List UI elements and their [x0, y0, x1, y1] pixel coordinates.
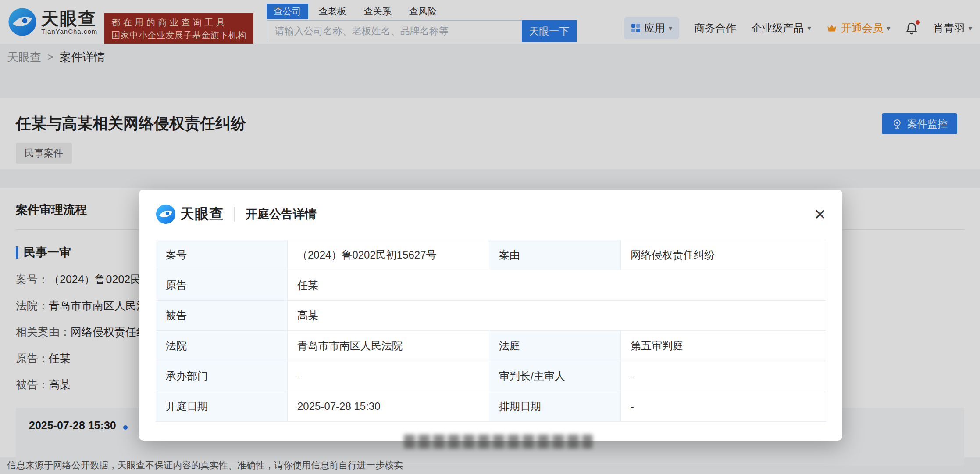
cell-value: 任某: [288, 270, 826, 301]
cell-value: 青岛市市南区人民法院: [288, 331, 489, 361]
modal-title: 开庭公告详情: [246, 206, 317, 222]
cell-value: -: [288, 361, 489, 391]
modal-logo: 天眼查: [156, 204, 224, 224]
cell-label: 案由: [489, 240, 621, 270]
cell-label: 被告: [156, 301, 288, 331]
cell-value: -: [621, 361, 826, 391]
vertical-divider: [234, 207, 235, 222]
cell-label: 法院: [156, 331, 288, 361]
modal-brand-text: 天眼查: [180, 205, 224, 224]
cell-label: 承办部门: [156, 361, 288, 391]
hearing-detail-modal: 天眼查 开庭公告详情 × 案号 （2024）鲁0202民初15627号 案由 网…: [139, 190, 842, 441]
cell-label: 法庭: [489, 331, 621, 361]
cell-label: 审判长/主审人: [489, 361, 621, 391]
cell-label: 案号: [156, 240, 288, 270]
cell-value: 高某: [288, 301, 826, 331]
table-row: 案号 （2024）鲁0202民初15627号 案由 网络侵权责任纠纷: [156, 240, 826, 270]
page: 天眼查 TianYanCha.com 都在用的商业查询工具 国家中小企业发展子基…: [0, 0, 980, 474]
table-row: 被告 高某: [156, 301, 826, 331]
cell-value: 网络侵权责任纠纷: [621, 240, 826, 270]
cell-value: 第五审判庭: [621, 331, 826, 361]
table-row: 开庭日期 2025-07-28 15:30 排期日期 -: [156, 391, 826, 422]
cell-value: 2025-07-28 15:30: [288, 391, 489, 422]
watermark-blur: [404, 434, 592, 449]
modal-header: 天眼查 开庭公告详情 ×: [139, 190, 842, 226]
table-row: 法院 青岛市市南区人民法院 法庭 第五审判庭: [156, 331, 826, 361]
cell-label: 排期日期: [489, 391, 621, 422]
cell-label: 开庭日期: [156, 391, 288, 422]
table-row: 承办部门 - 审判长/主审人 -: [156, 361, 826, 391]
cell-label: 原告: [156, 270, 288, 301]
cell-value: -: [621, 391, 826, 422]
cell-value: （2024）鲁0202民初15627号: [288, 240, 489, 270]
hearing-detail-table: 案号 （2024）鲁0202民初15627号 案由 网络侵权责任纠纷 原告 任某…: [156, 240, 826, 422]
tianyancha-logo-icon: [156, 204, 176, 224]
close-icon[interactable]: ×: [814, 205, 826, 224]
table-row: 原告 任某: [156, 270, 826, 301]
